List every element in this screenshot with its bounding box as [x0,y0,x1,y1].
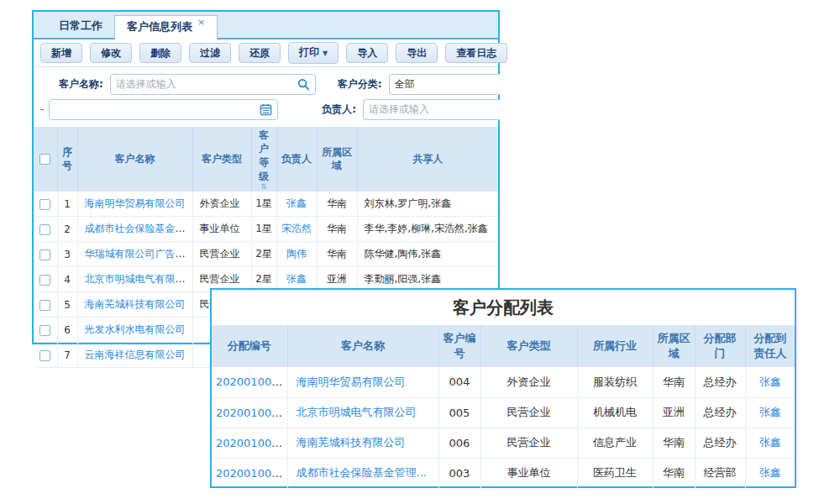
row-seq: 4 [57,267,77,292]
row-seq: 1 [57,192,77,217]
row-seq: 3 [57,242,77,267]
alloc-no-link[interactable]: 2020010006 [216,375,286,388]
restore-button[interactable]: 还原 [239,43,281,63]
row-seq: 7 [57,343,77,368]
owner-input[interactable] [369,103,495,115]
filter-button[interactable]: 过滤 [189,43,231,63]
sort-icon[interactable]: ⇅ [255,183,274,190]
row-checkbox[interactable] [39,249,50,260]
view-log-button[interactable]: 查看日志 [445,43,507,63]
row-dept: 总经办 [695,397,745,428]
row-cust-no: 005 [438,397,480,428]
export-button[interactable]: 导出 [396,43,438,63]
row-checkbox[interactable] [39,300,50,311]
customer-name-link[interactable]: 成都市社会保险基金管理... [297,466,427,479]
owner-link[interactable]: 陶伟 [286,248,307,260]
delete-button[interactable]: 删除 [139,43,181,63]
date-input[interactable] [55,103,260,115]
tab-daily-work[interactable]: 日常工作 [47,13,114,38]
owner-link[interactable]: 宋浩然 [281,223,312,234]
row-checkbox[interactable] [39,199,50,210]
customer-name-link[interactable]: 华瑞城有限公司广告设计部 [85,248,193,260]
row-type: 事业单位 [192,217,251,242]
table-row[interactable]: 2020010004 海南芜城科技有限公司 006 民营企业 信息产业 华南 总… [212,428,795,458]
row-region: 华南 [653,458,695,488]
customer-name-field [110,74,316,95]
customer-category-select[interactable]: 全部 [389,74,500,95]
row-shared: 李华,李婷,柳琳,宋浩然,张鑫 [357,217,498,242]
search-icon[interactable] [297,78,310,91]
row-shared: 陈华健,陶伟,张鑫 [357,242,498,267]
owner-link[interactable]: 张鑫 [286,273,307,285]
customer-name-link[interactable]: 北京市明城电气有限公司 [85,273,193,285]
tab-close-icon[interactable]: × [197,17,205,28]
owner-link[interactable]: 张鑫 [286,197,307,209]
import-button[interactable]: 导入 [346,43,388,63]
col-industry: 所属行业 [577,325,653,367]
col-customer-level[interactable]: 客户等级⇅ [251,127,276,192]
row-checkbox[interactable] [39,325,50,336]
table-row[interactable]: 2 成都市社会保险基金管理... 事业单位 1星 宋浩然 华南 李华,李婷,柳琳… [34,217,498,242]
row-checkbox[interactable] [39,224,50,235]
row-region: 华南 [653,367,695,397]
tab-bar: 日常工作 客户信息列表 × [34,12,498,39]
col-cust-no: 客户编号 [438,325,480,367]
customer-name-link[interactable]: 云南海祥信息有限公司 [85,349,186,360]
row-region: 华南 [317,217,357,242]
table-row[interactable]: 3 华瑞城有限公司广告设计部 民营企业 2星 陶伟 华南 陈华健,陶伟,张鑫 [34,242,498,267]
print-button[interactable]: 打印▼ [288,42,339,64]
customer-name-input[interactable] [116,78,297,90]
row-checkbox[interactable] [39,275,50,286]
table-row[interactable]: 2020010006 海南明华贸易有限公司 004 外资企业 服装纺织 华南 总… [212,367,795,397]
col-region: 所属区域 [317,127,357,192]
chevron-down-icon: ▼ [323,50,328,57]
customer-category-value: 全部 [395,77,415,92]
customer-allocation-window: 客户分配列表 分配编号 客户名称 客户编号 客户类型 所属行业 所属区域 分配部… [210,288,796,488]
row-type: 外资企业 [192,192,251,217]
tab-customer-info-list-label: 客户信息列表 [127,19,192,34]
allocation-table-header-row: 分配编号 客户名称 客户编号 客户类型 所属行业 所属区域 分配部门 分配到责任… [212,325,795,367]
date-range-separator: - [40,103,44,115]
assignee-link[interactable]: 张鑫 [759,436,781,449]
assignee-link[interactable]: 张鑫 [759,466,781,479]
row-seq: 6 [57,318,77,343]
filter-area: 客户名称: 客户分类: 全部 - 负责人: [34,67,498,127]
col-shared: 共享人 [357,127,498,192]
page: 日常工作 客户信息列表 × 新增 修改 删除 过滤 还原 打印▼ 导入 导出 查… [0,0,840,504]
row-dept: 经营部 [695,458,745,488]
col-customer-type: 客户类型 [480,325,577,367]
customer-name-link[interactable]: 光发水利水电有限公司 [85,323,186,335]
tab-customer-info-list[interactable]: 客户信息列表 × [114,15,218,39]
alloc-no-link[interactable]: 2020010004 [216,437,286,449]
select-all-checkbox[interactable] [39,154,50,165]
add-button[interactable]: 新增 [40,43,82,63]
calendar-icon[interactable] [260,103,272,116]
allocation-list-title: 客户分配列表 [212,290,795,325]
customer-name-link[interactable]: 成都市社会保险基金管理... [85,223,193,234]
col-customer-name: 客户名称 [287,325,438,367]
customer-name-link[interactable]: 北京市明城电气有限公司 [297,406,417,418]
table-row[interactable]: 2020010005 北京市明城电气有限公司 005 民营企业 机械机电 亚洲 … [212,397,795,428]
row-checkbox[interactable] [39,350,50,361]
row-region: 华南 [317,242,357,267]
customer-name-link[interactable]: 海南明华贸易有限公司 [297,375,406,388]
table-row[interactable]: 2020010001 成都市社会保险基金管理... 003 事业单位 医药卫生 … [212,458,795,488]
customer-name-link[interactable]: 海南芜城科技有限公司 [297,436,406,449]
assignee-link[interactable]: 张鑫 [759,375,781,388]
alloc-no-link[interactable]: 2020010001 [216,467,286,480]
row-type: 事业单位 [480,458,577,488]
edit-button[interactable]: 修改 [90,43,132,63]
row-shared: 刘东林,罗广明,张鑫 [357,192,498,217]
col-alloc-no: 分配编号 [212,325,287,367]
select-all-cell [34,127,57,192]
alloc-no-link[interactable]: 2020010005 [216,407,286,419]
assignee-link[interactable]: 张鑫 [759,406,781,418]
table-row[interactable]: 1 海南明华贸易有限公司 外资企业 1星 张鑫 华南 刘东林,罗广明,张鑫 [34,192,498,217]
row-industry: 机械机电 [577,397,653,428]
owner-field [363,99,500,120]
customer-name-label: 客户名称: [59,77,103,92]
customer-name-link[interactable]: 海南芜城科技有限公司 [85,298,186,310]
row-industry: 信息产业 [577,428,653,458]
row-cust-no: 006 [438,428,480,458]
customer-name-link[interactable]: 海南明华贸易有限公司 [85,197,186,209]
